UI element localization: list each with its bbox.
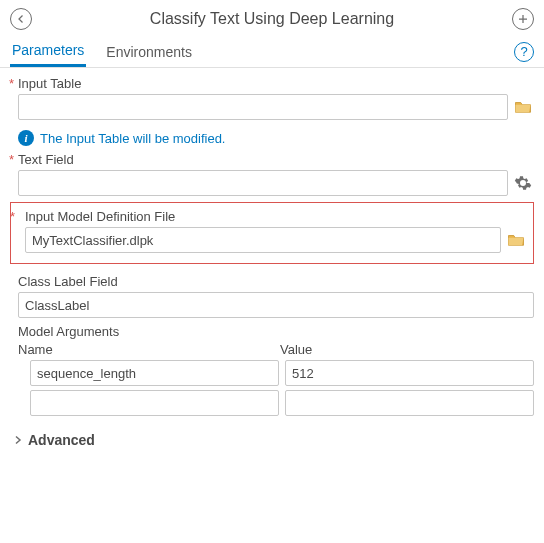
add-button[interactable] — [512, 8, 534, 30]
folder-icon — [514, 98, 532, 116]
class-label-label: Class Label Field — [10, 274, 534, 289]
advanced-toggle[interactable]: Advanced — [10, 422, 534, 458]
args-name-header: Name — [18, 342, 272, 357]
tab-parameters[interactable]: Parameters — [10, 36, 86, 67]
help-button[interactable]: ? — [514, 42, 534, 62]
args-value-header: Value — [280, 342, 534, 357]
input-table-browse-button[interactable] — [512, 96, 534, 118]
tab-environments[interactable]: Environments — [104, 38, 194, 66]
model-args-label: Model Arguments — [10, 324, 534, 339]
help-icon: ? — [520, 44, 527, 59]
info-icon: i — [18, 130, 34, 146]
arg-value-1[interactable] — [285, 390, 534, 416]
back-button[interactable] — [10, 8, 32, 30]
class-label-field[interactable] — [18, 292, 534, 318]
page-title: Classify Text Using Deep Learning — [32, 10, 512, 28]
model-file-label: Input Model Definition File — [17, 209, 527, 224]
arg-name-0[interactable] — [30, 360, 279, 386]
chevron-right-icon — [12, 434, 24, 446]
text-field-label: Text Field — [10, 152, 534, 167]
model-file-browse-button[interactable] — [505, 229, 527, 251]
folder-icon — [507, 231, 525, 249]
arrow-left-icon — [15, 13, 27, 25]
input-table-info: The Input Table will be modified. — [40, 131, 225, 146]
arg-value-0[interactable] — [285, 360, 534, 386]
input-table-field[interactable] — [18, 94, 508, 120]
arg-name-1[interactable] — [30, 390, 279, 416]
input-table-label: Input Table — [10, 76, 534, 91]
gear-icon — [514, 174, 532, 192]
plus-icon — [517, 13, 529, 25]
text-field-settings-button[interactable] — [512, 172, 534, 194]
text-field-input[interactable] — [18, 170, 508, 196]
advanced-label: Advanced — [28, 432, 95, 448]
model-file-field[interactable] — [25, 227, 501, 253]
model-definition-group: Input Model Definition File — [10, 202, 534, 264]
